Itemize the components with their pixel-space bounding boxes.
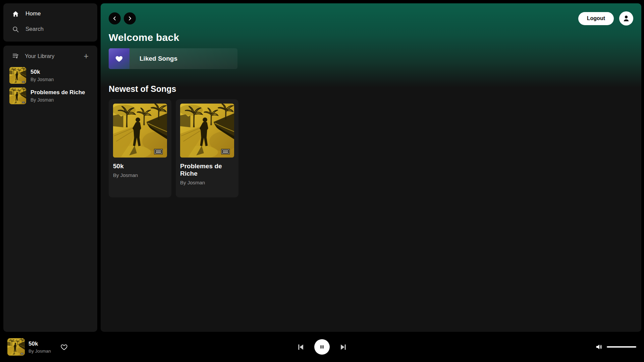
album-art-image <box>113 104 167 158</box>
liked-songs-label: Liked Songs <box>140 55 177 62</box>
library-header: Your Library + <box>3 46 97 62</box>
main-panel: Logout Welcome back Liked Songs Newest o… <box>101 3 641 332</box>
pause-button[interactable] <box>314 339 330 355</box>
page-title: Welcome back <box>109 32 633 43</box>
song-card[interactable]: 50k By Josman <box>109 99 171 197</box>
sidebar-item-label: Search <box>25 26 44 33</box>
player-controls <box>295 339 349 355</box>
album-art-image <box>7 338 25 356</box>
home-icon <box>12 10 19 17</box>
library-item-artist: By Josman <box>31 97 85 103</box>
liked-songs-card[interactable]: Liked Songs <box>109 48 237 69</box>
song-card-title: Problemes de Riche <box>180 163 234 177</box>
album-art-image <box>9 87 26 104</box>
liked-songs-icon-tile <box>109 48 129 69</box>
skip-previous-button[interactable] <box>295 342 306 352</box>
volume-up-icon <box>595 343 604 351</box>
sidebar-nav-panel: Home Search <box>3 3 97 42</box>
library-list: 50k By Josman <box>3 67 97 104</box>
album-art-image <box>9 67 26 84</box>
volume-controls <box>595 343 636 351</box>
forward-button[interactable] <box>124 12 136 24</box>
song-card-artist: By Josman <box>113 172 167 178</box>
logout-button[interactable]: Logout <box>578 12 614 25</box>
heart-outline-icon <box>60 343 68 351</box>
song-card[interactable]: Problemes de Riche By Josman <box>176 99 238 197</box>
song-card-artist: By Josman <box>180 180 234 185</box>
person-icon <box>622 14 630 22</box>
playlist-music-icon <box>12 52 19 60</box>
skip-next-icon <box>339 343 348 352</box>
sidebar-item-home[interactable]: Home <box>3 6 97 21</box>
sidebar-item-search[interactable]: Search <box>3 21 97 37</box>
search-icon <box>12 26 19 33</box>
volume-slider[interactable] <box>607 346 636 348</box>
avatar-button[interactable] <box>619 11 633 25</box>
heart-icon <box>115 54 123 63</box>
pause-icon <box>318 343 326 351</box>
add-playlist-button[interactable]: + <box>82 53 90 59</box>
song-card-title: 50k <box>113 163 167 170</box>
skip-next-button[interactable] <box>338 342 349 352</box>
skip-previous-icon <box>296 343 305 352</box>
songs-grid: 50k By Josman <box>109 99 633 197</box>
library-item-title: Problemes de Riche <box>31 89 85 96</box>
library-item-title: 50k <box>31 69 54 75</box>
player-bar: 50k By Josman <box>0 332 644 362</box>
like-button[interactable] <box>59 342 69 352</box>
chevron-left-icon <box>112 15 118 21</box>
section-title: Newest of Songs <box>109 84 633 94</box>
library-item[interactable]: 50k By Josman <box>3 67 97 84</box>
now-playing-artist: By Josman <box>29 349 57 354</box>
sidebar-library-panel: Your Library + <box>3 46 97 332</box>
sidebar-item-label: Home <box>25 10 41 17</box>
library-item-artist: By Josman <box>31 77 54 82</box>
now-playing: 50k By Josman <box>7 338 148 356</box>
back-button[interactable] <box>109 12 121 24</box>
library-title: Your Library <box>25 53 54 59</box>
album-art-image <box>180 104 234 158</box>
topbar: Logout <box>109 12 633 24</box>
now-playing-title: 50k <box>29 341 57 347</box>
library-item[interactable]: Problemes de Riche By Josman <box>3 87 97 104</box>
chevron-right-icon <box>127 15 133 21</box>
